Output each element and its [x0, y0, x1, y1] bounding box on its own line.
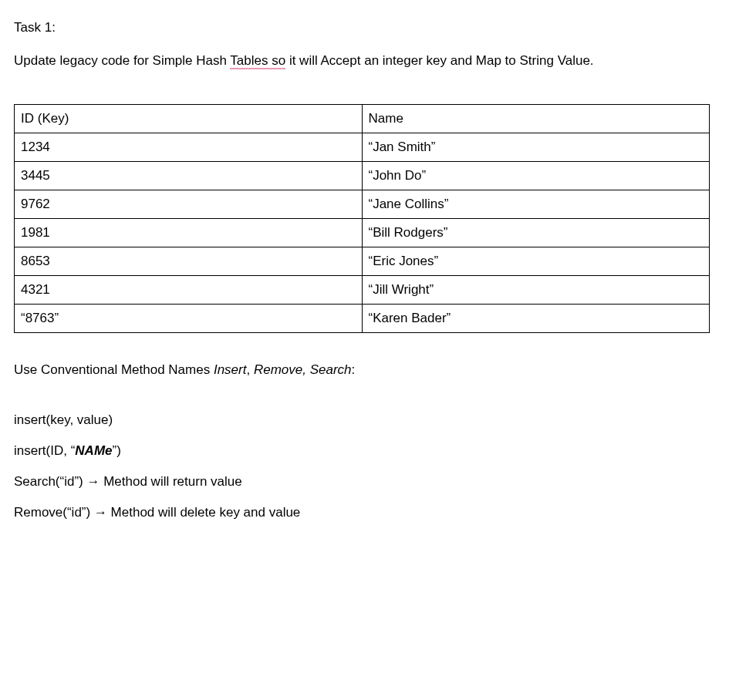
cell-id: 1234 — [15, 133, 363, 162]
table-row: 1234 “Jan Smith” — [15, 133, 710, 162]
method-search: Search(“id”) → Method will return value — [14, 474, 715, 490]
cell-name: “Bill Rodgers” — [362, 219, 710, 247]
cell-id: 9762 — [15, 190, 363, 219]
table-row: “8763” “Karen Bader” — [15, 305, 710, 333]
table-row: 3445 “John Do” — [15, 162, 710, 190]
task-title: Task 1: — [14, 19, 715, 38]
cell-id: 1981 — [15, 219, 363, 247]
cell-name: “Eric Jones” — [362, 247, 710, 276]
method-insert-signature: insert(key, value) — [14, 412, 715, 428]
cell-id: 4321 — [15, 276, 363, 305]
table-row: 9762 “Jane Collins” — [15, 190, 710, 219]
l2-name-bold: NAMe — [75, 443, 112, 458]
intro-mid: , — [246, 362, 253, 377]
cell-name: “Karen Bader” — [362, 305, 710, 333]
cell-name: “Jill Wright” — [362, 276, 710, 305]
cell-name: “Jane Collins” — [362, 190, 710, 219]
l2-post: ”) — [113, 443, 121, 458]
method-remove: Remove(“id”) → Method will delete key an… — [14, 505, 715, 520]
cell-id: 3445 — [15, 162, 363, 190]
spellcheck-underline: Tables so — [230, 53, 285, 69]
header-id: ID (Key) — [15, 105, 363, 133]
intro-italic-remove-search: Remove, Search — [254, 362, 352, 377]
table-header-row: ID (Key) Name — [15, 105, 710, 133]
hash-table-data: ID (Key) Name 1234 “Jan Smith” 3445 “Joh… — [14, 104, 710, 333]
cell-id: “8763” — [15, 305, 363, 333]
intro-italic-insert: Insert — [214, 362, 247, 377]
methods-block: insert(key, value) insert(ID, “NAMe”) Se… — [14, 412, 715, 520]
desc-pre: Update legacy code for Simple Hash — [14, 53, 230, 68]
table-row: 4321 “Jill Wright” — [15, 276, 710, 305]
methods-intro: Use Conventional Method Names Insert, Re… — [14, 361, 715, 380]
method-insert-example: insert(ID, “NAMe”) — [14, 443, 715, 459]
l2-pre: insert(ID, “ — [14, 443, 75, 458]
cell-id: 8653 — [15, 247, 363, 276]
header-name: Name — [362, 105, 710, 133]
table-row: 1981 “Bill Rodgers” — [15, 219, 710, 247]
table-row: 8653 “Eric Jones” — [15, 247, 710, 276]
desc-post: it will Accept an integer key and Map to… — [285, 53, 593, 68]
intro-post: : — [352, 362, 356, 377]
cell-name: “John Do” — [362, 162, 710, 190]
task-description: Update legacy code for Simple Hash Table… — [14, 52, 715, 71]
intro-pre: Use Conventional Method Names — [14, 362, 214, 377]
cell-name: “Jan Smith” — [362, 133, 710, 162]
